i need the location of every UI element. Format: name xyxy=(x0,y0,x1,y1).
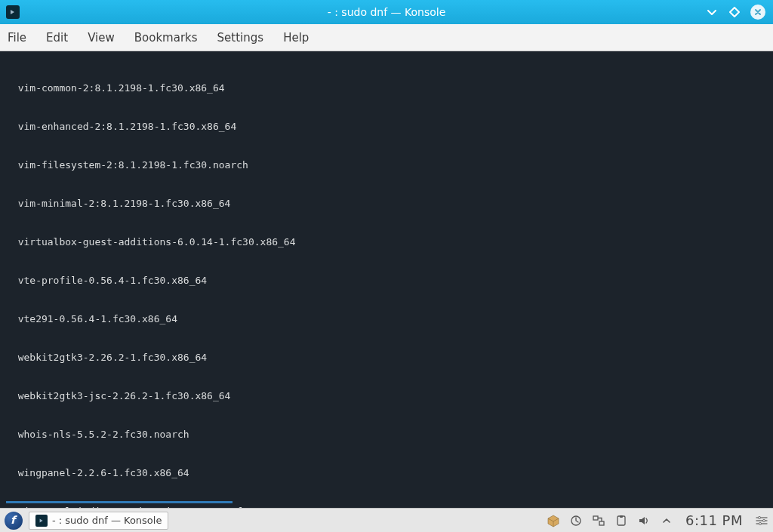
package-line: vim-common-2:8.1.2198-1.fc30.x86_64 xyxy=(6,81,767,94)
menu-view[interactable]: View xyxy=(88,31,115,45)
titlebar: - : sudo dnf — Konsole xyxy=(0,0,773,24)
package-line: webkit2gtk3-jsc-2.26.2-1.fc30.x86_64 xyxy=(6,389,767,402)
terminal[interactable]: vim-common-2:8.1.2198-1.fc30.x86_64 vim-… xyxy=(0,51,773,508)
close-icon[interactable] xyxy=(750,5,765,20)
scroll-indicator xyxy=(6,501,233,503)
terminal-output: vim-common-2:8.1.2198-1.fc30.x86_64 vim-… xyxy=(6,56,767,508)
maximize-icon[interactable] xyxy=(728,5,741,19)
launcher-button[interactable]: f xyxy=(5,512,23,530)
task-entry-konsole[interactable]: - : sudo dnf — Konsole xyxy=(29,512,168,530)
svg-point-7 xyxy=(759,522,761,524)
titlebar-left xyxy=(0,5,20,19)
clipboard-icon[interactable] xyxy=(614,514,628,527)
window-title: - : sudo dnf — Konsole xyxy=(0,6,773,18)
package-line: vim-filesystem-2:8.1.2198-1.fc30.noarch xyxy=(6,158,767,171)
panel: f - : sudo dnf — Konsole 6:11 PM xyxy=(0,508,773,532)
clock[interactable]: 6:11 PM xyxy=(682,512,746,528)
package-line: webkit2gtk3-2.26.2-1.fc30.x86_64 xyxy=(6,351,767,364)
network-icon[interactable] xyxy=(592,514,605,527)
panel-settings-icon[interactable] xyxy=(755,515,768,526)
package-line: virtualbox-guest-additions-6.0.14-1.fc30… xyxy=(6,235,767,248)
package-line: whois-nls-5.5.2-2.fc30.noarch xyxy=(6,428,767,441)
updates-icon[interactable] xyxy=(569,514,583,527)
svg-rect-4 xyxy=(620,515,623,518)
package-icon[interactable] xyxy=(547,514,560,527)
app-icon xyxy=(6,5,20,19)
menu-help[interactable]: Help xyxy=(283,31,309,45)
minimize-icon[interactable] xyxy=(705,5,719,19)
window-controls xyxy=(705,5,773,20)
task-app-icon xyxy=(35,515,48,527)
system-tray: 6:11 PM xyxy=(547,512,768,528)
volume-icon[interactable] xyxy=(637,514,651,527)
task-label: - : sudo dnf — Konsole xyxy=(52,515,162,526)
menu-file[interactable]: File xyxy=(8,31,26,45)
svg-rect-1 xyxy=(593,516,598,520)
tray-arrow-icon[interactable] xyxy=(660,514,673,527)
svg-point-6 xyxy=(762,519,765,521)
menu-edit[interactable]: Edit xyxy=(46,31,68,45)
menu-settings[interactable]: Settings xyxy=(217,31,264,45)
package-line: vim-enhanced-2:8.1.2198-1.fc30.x86_64 xyxy=(6,120,767,133)
svg-point-5 xyxy=(758,516,760,518)
svg-rect-2 xyxy=(599,521,604,525)
fedora-icon: f xyxy=(11,514,15,526)
package-line: vte291-0.56.4-1.fc30.x86_64 xyxy=(6,312,767,325)
package-line: vte-profile-0.56.4-1.fc30.x86_64 xyxy=(6,274,767,287)
menu-bookmarks[interactable]: Bookmarks xyxy=(134,31,198,45)
package-line: wingpanel-2.2.6-1.fc30.x86_64 xyxy=(6,466,767,479)
menubar: File Edit View Bookmarks Settings Help xyxy=(0,24,773,51)
package-line: vim-minimal-2:8.1.2198-1.fc30.x86_64 xyxy=(6,197,767,210)
